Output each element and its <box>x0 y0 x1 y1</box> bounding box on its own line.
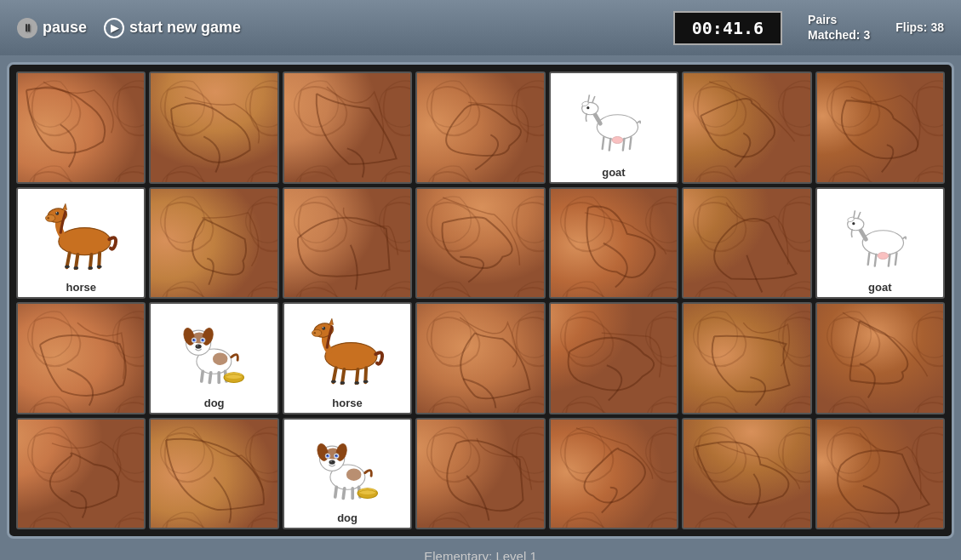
svg-point-12 <box>59 227 111 254</box>
svg-point-11 <box>612 137 623 144</box>
timer-display: 00:41.6 <box>673 11 782 45</box>
top-controls: ⏸ pause ▶ start new game <box>17 18 648 38</box>
card-label-23: dog <box>337 509 358 528</box>
flips-panel: Flips: 38 <box>895 20 944 36</box>
svg-point-58 <box>226 373 243 379</box>
card-2[interactable] <box>283 71 412 184</box>
card-9[interactable] <box>283 187 412 300</box>
svg-point-36 <box>853 222 855 225</box>
card-7[interactable]: horse <box>16 187 146 300</box>
svg-rect-70 <box>340 381 345 384</box>
svg-point-59 <box>325 343 377 370</box>
card-3[interactable] <box>415 71 545 184</box>
svg-line-18 <box>66 253 69 267</box>
card-0[interactable] <box>16 71 146 184</box>
card-grid: goat horse <box>16 71 945 529</box>
card-13[interactable]: goat <box>815 187 945 300</box>
card-19[interactable] <box>682 302 811 414</box>
svg-line-30 <box>895 253 897 265</box>
svg-line-2 <box>609 139 610 151</box>
card-14[interactable] <box>16 302 146 414</box>
svg-line-65 <box>333 368 335 382</box>
card-label-16: horse <box>332 394 362 413</box>
card-22[interactable] <box>149 418 278 530</box>
svg-rect-69 <box>331 380 336 383</box>
goat-icon <box>551 73 677 163</box>
card-label-4: goat <box>602 163 625 182</box>
card-6[interactable] <box>815 71 945 184</box>
card-27[interactable] <box>815 418 945 530</box>
card-label-15: dog <box>204 394 225 413</box>
svg-line-4 <box>629 137 631 149</box>
play-icon: ▶ <box>104 18 124 38</box>
svg-rect-25 <box>97 265 102 267</box>
svg-point-64 <box>322 327 323 328</box>
svg-line-8 <box>592 96 594 103</box>
svg-line-28 <box>875 254 877 266</box>
pairs-label: Pairs <box>808 13 870 26</box>
svg-point-93 <box>358 488 375 494</box>
card-12[interactable] <box>682 187 811 300</box>
dog-icon <box>151 304 277 394</box>
pause-label: pause <box>43 19 87 37</box>
card-1[interactable] <box>149 71 278 184</box>
svg-point-46 <box>193 339 194 340</box>
bottom-bar: Elementary: Level 1 <box>0 546 961 560</box>
card-5[interactable] <box>682 71 811 184</box>
svg-rect-22 <box>65 265 70 267</box>
svg-point-62 <box>313 332 315 334</box>
svg-line-20 <box>90 254 92 268</box>
pause-icon: ⏸ <box>17 18 37 38</box>
card-10[interactable] <box>415 187 545 300</box>
card-label-7: horse <box>66 278 96 297</box>
new-game-button[interactable]: ▶ start new game <box>104 18 241 38</box>
svg-line-1 <box>602 137 603 149</box>
card-24[interactable] <box>415 418 545 530</box>
card-4[interactable]: goat <box>549 71 678 184</box>
svg-line-21 <box>99 253 100 267</box>
svg-point-52 <box>197 346 198 346</box>
stats-panel: Pairs Matched: 3 <box>808 13 870 43</box>
svg-point-39 <box>213 352 228 365</box>
card-26[interactable] <box>682 418 811 530</box>
card-11[interactable] <box>549 187 678 300</box>
svg-point-15 <box>47 217 49 219</box>
svg-point-61 <box>312 329 321 336</box>
svg-point-14 <box>45 214 54 221</box>
card-20[interactable] <box>815 302 945 414</box>
card-23[interactable]: dog <box>283 418 412 530</box>
level-label: Elementary: Level 1 <box>424 549 537 560</box>
svg-point-81 <box>326 454 327 455</box>
svg-point-0 <box>597 115 638 140</box>
svg-line-54 <box>210 373 211 383</box>
svg-point-86 <box>329 460 335 464</box>
horse-icon <box>284 304 410 394</box>
card-15[interactable]: dog <box>149 302 278 414</box>
svg-point-37 <box>878 252 889 259</box>
new-game-label: start new game <box>129 19 241 37</box>
pause-button[interactable]: ⏸ pause <box>17 18 87 38</box>
svg-point-63 <box>322 327 325 330</box>
card-17[interactable] <box>415 302 545 414</box>
svg-rect-72 <box>363 380 369 383</box>
svg-point-50 <box>202 339 203 340</box>
svg-line-19 <box>76 254 77 268</box>
svg-line-27 <box>868 253 870 265</box>
svg-rect-71 <box>354 381 359 384</box>
svg-line-67 <box>357 369 358 384</box>
svg-point-10 <box>586 106 589 109</box>
svg-line-53 <box>202 371 203 381</box>
dog-icon <box>284 420 410 510</box>
svg-line-88 <box>335 487 335 497</box>
flips-label: Flips: 38 <box>895 20 944 34</box>
card-21[interactable] <box>16 418 146 530</box>
card-18[interactable] <box>549 302 678 414</box>
card-8[interactable] <box>149 187 278 300</box>
svg-point-74 <box>346 468 362 481</box>
svg-point-51 <box>196 345 202 349</box>
card-16[interactable]: horse <box>283 302 412 414</box>
card-25[interactable] <box>549 418 678 530</box>
svg-point-17 <box>56 212 57 213</box>
card-label-13: goat <box>868 278 891 297</box>
svg-line-68 <box>365 368 366 382</box>
